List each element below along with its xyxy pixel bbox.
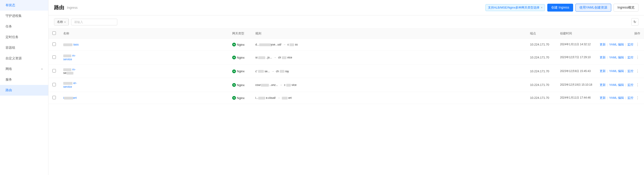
sidebar-item-custom-resource[interactable]: 自定义资源 (0, 53, 48, 64)
time-cell: 2024年1月11日 17:44:46 (556, 92, 596, 104)
nginx-badge: N Nginx (232, 43, 244, 46)
nginx-icon: N (232, 70, 236, 73)
action-cell: 更新 | YAML 编辑 | 监控 ⋮ (596, 50, 644, 64)
blurred-name-prefix (63, 82, 72, 85)
page-subtitle: Ingress (67, 6, 78, 10)
th-endpoint: 端点 (526, 29, 556, 38)
name-cell: m- se (60, 64, 228, 78)
more-menu-icon[interactable]: ⋮ (635, 55, 640, 60)
action-group: 更新 | YAML 编辑 | 监控 ⋮ (600, 68, 640, 74)
update-action[interactable]: 更新 (600, 56, 606, 60)
sidebar-item-label: 服务 (6, 78, 12, 82)
action-group: 更新 | YAML 编辑 | 监控 ⋮ (600, 42, 640, 47)
row-checkbox[interactable] (52, 83, 56, 86)
ingress-overview-button[interactable]: Ingress概览 (614, 4, 638, 12)
yaml-create-button[interactable]: 使用YAML创建资源 (576, 4, 611, 12)
chevron-down-icon: ▾ (64, 21, 66, 23)
divider: | (607, 96, 608, 100)
row-checkbox[interactable] (52, 42, 56, 46)
name-link[interactable]: iert (63, 96, 77, 100)
blurred-rule2 (282, 97, 288, 100)
rule-text: d...yue...ud/ → ε ss (255, 43, 298, 46)
yaml-edit-action[interactable]: YAML 编辑 (609, 42, 624, 47)
th-checkbox (48, 29, 60, 38)
name-cell: er- service (60, 78, 228, 92)
update-action[interactable]: 更新 (600, 42, 606, 47)
nginx-label: Nginx (237, 43, 244, 46)
row-checkbox-cell (48, 38, 60, 50)
divider: | (607, 43, 608, 46)
rule-text: i... e.cloud/ → ert (255, 96, 292, 100)
nginx-icon: N (232, 83, 236, 87)
filter-tag[interactable]: 支持ALB/MSE/Nginx多种网关类型选择 × (486, 4, 545, 11)
sidebar-item-label: 任务 (6, 24, 12, 29)
monitor-action[interactable]: 监控 (628, 83, 634, 87)
monitor-action[interactable]: 监控 (628, 69, 634, 73)
page-title: 路由 (54, 4, 64, 11)
th-ops: 操作 (596, 29, 644, 38)
yaml-edit-action[interactable]: YAML 编辑 (609, 69, 624, 73)
endpoint-value: 10.224.171.70 (530, 43, 549, 46)
select-all-checkbox[interactable] (52, 32, 56, 35)
divider: | (625, 70, 626, 73)
monitor-action[interactable]: 监控 (628, 96, 634, 100)
sidebar-item-stateful[interactable]: 有状态 (0, 0, 48, 10)
row-checkbox[interactable] (52, 96, 56, 99)
row-checkbox[interactable] (52, 69, 56, 72)
table-row: er- service N Nginx cour ..unz... → (48, 78, 644, 92)
monitor-action[interactable]: 监控 (628, 42, 634, 47)
action-group: 更新 | YAML 编辑 | 监控 ⋮ (600, 95, 640, 100)
more-menu-icon[interactable]: ⋮ (635, 95, 640, 100)
more-menu-icon[interactable]: ⋮ (635, 82, 640, 88)
nginx-badge: N Nginx (232, 70, 244, 73)
name-link[interactable]: m- (72, 54, 76, 57)
more-menu-icon[interactable]: ⋮ (635, 68, 640, 74)
blurred-rule (259, 44, 271, 46)
blurred-name-prefix (63, 68, 71, 71)
endpoint-value: 10.224.171.70 (530, 70, 549, 73)
table-row: m- se N Nginx c' se... (48, 64, 644, 78)
sidebar-item-task[interactable]: 任务 (0, 21, 48, 32)
blurred-name-prefix (63, 54, 71, 57)
name-link[interactable]: er- (74, 81, 77, 85)
rule-cell: i... e.cloud/ → ert (252, 92, 526, 104)
more-menu-icon[interactable]: ⋮ (635, 42, 640, 47)
name-sub: service (63, 85, 225, 88)
expand-icon: ≡ (41, 68, 43, 71)
update-action[interactable]: 更新 (600, 96, 606, 100)
sidebar-item-daemon[interactable]: 守护进程集 (0, 10, 48, 21)
toolbar: 名称 ▾ ↻ (48, 16, 644, 29)
rule-cell: sr. ..jo... → clr vice (252, 50, 526, 64)
row-checkbox[interactable] (52, 56, 56, 59)
time-value: 2024年1月11日 14:32:12 (560, 43, 591, 46)
name-link[interactable]: m- (72, 68, 76, 71)
sidebar-item-label: 网络 (6, 67, 12, 71)
divider: | (607, 70, 608, 73)
blurred-rule (258, 70, 264, 73)
search-input[interactable] (71, 19, 117, 26)
filter-tag-close[interactable]: × (541, 6, 542, 9)
table-header-row: 名称 网关类型 规则 端点 创建时间 操作 (48, 29, 644, 38)
yaml-edit-action[interactable]: YAML 编辑 (609, 56, 624, 60)
th-name: 名称 (60, 29, 228, 38)
sidebar-item-scheduled[interactable]: 定时任务 (0, 32, 48, 42)
blurred-rule2 (286, 84, 291, 86)
yaml-edit-action[interactable]: YAML 编辑 (609, 83, 624, 87)
arrow-icon: → (283, 43, 286, 46)
sidebar-item-container-group[interactable]: 容器组 (0, 42, 48, 53)
yaml-edit-action[interactable]: YAML 编辑 (609, 96, 624, 100)
sidebar-item-network[interactable]: 网络 ≡ (0, 64, 48, 74)
sidebar-item-service[interactable]: 服务 (0, 74, 48, 85)
blurred-rule2 (282, 56, 286, 59)
sidebar-item-label: 容器组 (6, 46, 15, 50)
sidebar-item-label: 自定义资源 (6, 56, 22, 60)
filter-label[interactable]: 名称 ▾ (54, 18, 68, 26)
update-action[interactable]: 更新 (600, 69, 606, 73)
monitor-action[interactable]: 监控 (628, 56, 634, 60)
refresh-button[interactable]: ↻ (631, 18, 638, 26)
name-link[interactable]: iass (74, 43, 79, 46)
update-action[interactable]: 更新 (600, 83, 606, 87)
sidebar-item-routing[interactable]: 路由 (0, 85, 48, 96)
time-cell: 2023年12月19日 15:10:18 (556, 78, 596, 92)
create-ingress-button[interactable]: 创建 Ingress (547, 4, 573, 12)
